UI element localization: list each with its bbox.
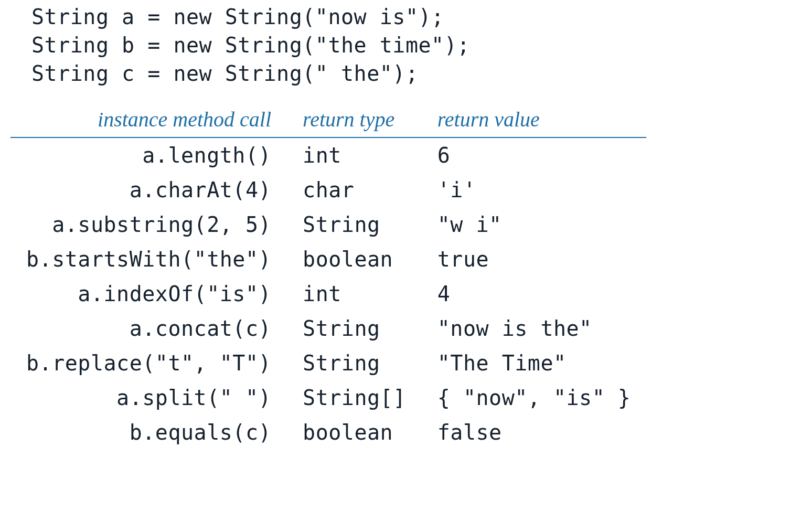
cell-type: String[] [287,380,422,415]
table-row: a.charAt(4) char 'i' [10,173,646,207]
code-block: String a = new String("now is"); String … [31,3,780,88]
cell-call: a.indexOf("is") [10,276,287,311]
cell-call: a.substring(2, 5) [10,207,287,242]
cell-value: 4 [422,276,647,311]
code-line: String b = new String("the time"); [31,31,780,59]
table-row: a.length() int 6 [10,137,646,173]
cell-value: 6 [422,137,647,173]
cell-call: a.split(" ") [10,380,287,415]
cell-value: 'i' [422,173,647,207]
header-type: return type [287,103,422,137]
table-row: a.indexOf("is") int 4 [10,276,646,311]
table-row: b.startsWith("the") boolean true [10,242,646,276]
cell-call: b.equals(c) [10,415,287,450]
table-row: a.substring(2, 5) String "w i" [10,207,646,242]
cell-call: b.startsWith("the") [10,242,287,276]
cell-value: false [422,415,647,450]
cell-call: b.replace("t", "T") [10,346,287,380]
table-row: a.concat(c) String "now is the" [10,311,646,346]
cell-type: boolean [287,415,422,450]
table-row: b.equals(c) boolean false [10,415,646,450]
cell-call: a.length() [10,137,287,173]
table-header-row: instance method call return type return … [10,103,646,137]
cell-value: "now is the" [422,311,647,346]
table-row: b.replace("t", "T") String "The Time" [10,346,646,380]
cell-type: String [287,346,422,380]
code-line: String c = new String(" the"); [31,59,780,88]
cell-type: int [287,276,422,311]
code-line: String a = new String("now is"); [31,3,780,31]
cell-type: int [287,137,422,173]
cell-value: true [422,242,647,276]
cell-type: char [287,173,422,207]
header-call: instance method call [10,103,287,137]
cell-type: String [287,311,422,346]
cell-call: a.charAt(4) [10,173,287,207]
cell-value: "The Time" [422,346,647,380]
cell-call: a.concat(c) [10,311,287,346]
cell-type: String [287,207,422,242]
table-row: a.split(" ") String[] { "now", "is" } [10,380,646,415]
header-value: return value [422,103,647,137]
cell-value: { "now", "is" } [422,380,647,415]
cell-value: "w i" [422,207,647,242]
methods-table: instance method call return type return … [10,103,646,450]
cell-type: boolean [287,242,422,276]
